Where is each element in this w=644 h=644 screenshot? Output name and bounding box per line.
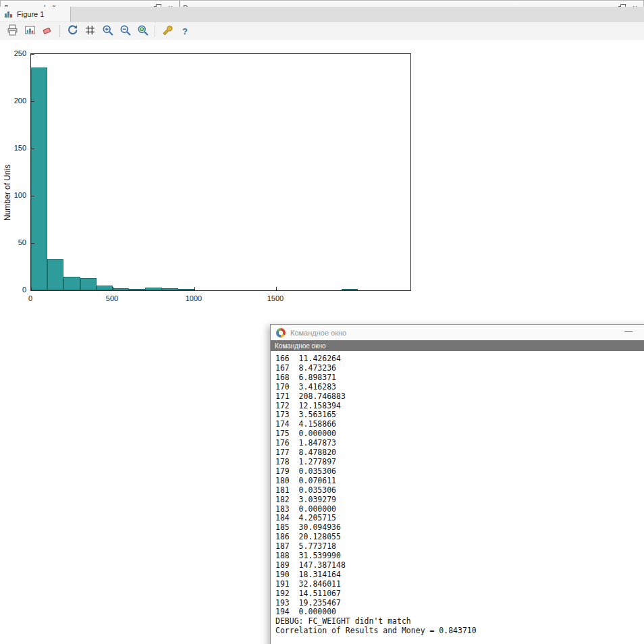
command-output-line: 190 18.314164 [275, 570, 644, 580]
erase-icon [42, 24, 53, 38]
octave-workspace: Диспетчер файлов × Jsers/u202-06/Desktop… [0, 0, 644, 644]
toolbar-separator [59, 25, 60, 37]
command-output-line: 186 20.128055 [275, 533, 644, 542]
command-output-line: 172 12.158394 [275, 402, 644, 411]
command-output-line: 176 1.847873 [275, 439, 644, 448]
y-tick [31, 149, 34, 149]
command-output-line: 170 3.416283 [275, 383, 644, 392]
command-output-line: 168 6.898371 [275, 373, 644, 383]
autoscale-icon [137, 24, 149, 38]
histogram-bar [162, 288, 178, 290]
command-output-line: 174 4.158866 [275, 420, 644, 429]
tools-icon [162, 24, 173, 38]
refresh-icon [67, 24, 78, 38]
y-tick-label: 150 [2, 144, 26, 152]
minimize-icon[interactable]: — [624, 327, 633, 336]
y-tick-label: 200 [2, 97, 26, 105]
command-output-line: 171 208.746883 [275, 392, 644, 402]
y-tick [31, 54, 34, 55]
plot-area [30, 53, 411, 291]
command-output-line: 179 0.035306 [275, 467, 644, 477]
autoscale-button[interactable] [134, 23, 151, 39]
octave-logo-icon [276, 328, 286, 338]
fig-print-icon [7, 24, 18, 38]
zoom-in-icon [102, 24, 113, 38]
command-output-line: 185 30.094936 [275, 523, 644, 533]
histogram-bar [97, 286, 113, 290]
command-output-line: 180 0.070611 [275, 477, 644, 486]
erase-button[interactable] [39, 23, 55, 39]
tools-button[interactable] [159, 23, 176, 39]
histogram-bar [129, 289, 145, 290]
figure-tabrow: Figure 1 [0, 7, 644, 23]
x-tick-label: 1500 [262, 294, 289, 302]
y-axis-title: Number of Unis [3, 165, 12, 221]
x-tick [31, 287, 32, 290]
y-tick-label: 250 [2, 49, 26, 57]
histogram-bar [342, 289, 358, 290]
chart-icon [4, 9, 13, 20]
command-output-line: 184 4.205715 [275, 514, 644, 523]
histogram-bar [113, 288, 129, 290]
command-output-line: 183 0.000000 [275, 505, 644, 514]
command-window-title: Командное окно [290, 329, 346, 337]
x-tick [276, 287, 277, 290]
zoom-out-button[interactable] [117, 23, 133, 39]
zoom-out-icon [119, 24, 131, 38]
command-output-line: 189 147.387148 [275, 561, 644, 570]
x-tick [194, 287, 195, 290]
histogram-bar [63, 277, 80, 290]
command-output-line: 178 1.277897 [275, 458, 644, 467]
command-output-line: 193 19.235467 [275, 599, 644, 608]
fig-print-button[interactable] [4, 23, 20, 39]
command-window-output[interactable]: 166 11.426264167 8.473236168 6.898371170… [271, 352, 644, 644]
refresh-button[interactable] [64, 23, 80, 39]
fig-copy-button[interactable] [22, 23, 38, 39]
histogram-bar [145, 288, 161, 290]
help-icon: ? [182, 25, 188, 37]
histogram-bar [47, 259, 63, 290]
y-tick [31, 290, 34, 291]
x-tick-label: 0 [17, 294, 44, 302]
zoom-in-button[interactable] [99, 23, 115, 39]
command-window-dock-title[interactable]: Командное окно [271, 340, 644, 351]
command-output-line: 166 11.426264 [275, 354, 644, 364]
y-tick-label: 50 [2, 238, 26, 246]
help-button[interactable]: ? [177, 23, 193, 39]
grid-icon [84, 24, 96, 38]
command-output-line: 191 32.846011 [275, 580, 644, 589]
x-tick-label: 500 [99, 294, 126, 302]
figure-toolbar: ? [0, 22, 644, 41]
figure-tab[interactable]: Figure 1 [0, 7, 71, 22]
command-window-titlebar[interactable]: Командное окно — [271, 325, 644, 341]
fig-copy-icon [24, 24, 36, 38]
command-output-line: 167 8.473236 [275, 364, 644, 373]
command-output-line: 177 8.478820 [275, 448, 644, 458]
command-output-line: 182 3.039279 [275, 495, 644, 505]
x-tick [113, 287, 113, 290]
command-output-line: Correlation of Results and Money = 0.843… [275, 626, 644, 636]
command-output-line: 181 0.035306 [275, 486, 644, 495]
histogram-bar [80, 278, 97, 290]
command-output-line: 173 3.563165 [275, 410, 644, 420]
y-tick [31, 101, 34, 102]
command-output-line: DEBUG: FC_WEIGHT didn't match [275, 617, 644, 626]
toolbar-separator [155, 25, 155, 37]
command-output-line: 175 0.000000 [275, 429, 644, 439]
grid-button[interactable] [82, 23, 98, 39]
figure-panel: Figure 1 ? 050100150200250050010001500 N… [0, 0, 644, 317]
y-tick [31, 243, 34, 244]
command-output-line: 192 14.511067 [275, 589, 644, 599]
x-tick-label: 1000 [180, 294, 207, 302]
histogram-bar [178, 289, 194, 290]
y-tick [31, 196, 34, 196]
command-window: Командное окно — Командное окно 166 11.4… [270, 324, 644, 644]
command-output-line: 187 5.773718 [275, 542, 644, 552]
command-output-line: 188 31.539990 [275, 552, 644, 561]
command-output-line: 194 0.000000 [275, 608, 644, 617]
y-tick-label: 0 [2, 286, 26, 294]
figure-tab-label: Figure 1 [17, 10, 44, 18]
